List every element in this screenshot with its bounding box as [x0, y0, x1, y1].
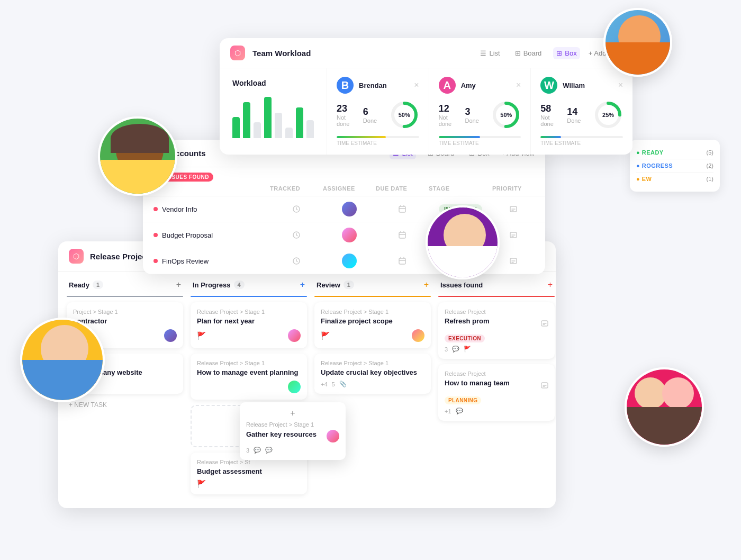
col-due-date: DUE DATE	[376, 185, 429, 192]
person-wiliam: W Wiliam × 58 Not done 14 Done	[531, 68, 632, 155]
task-card-issues-1[interactable]: Release Project Refresh prom EXECUTION 3…	[438, 302, 555, 359]
row-due-3	[376, 257, 429, 265]
tab-box[interactable]: ⊞ Box	[553, 47, 580, 59]
column-in-progress: In Progress 4 + Release Project > Stage …	[191, 280, 307, 500]
column-issues: Issues found + Release Project Refresh p…	[438, 280, 555, 500]
bar-3	[254, 122, 261, 138]
floating-task-title: Gather key resources	[246, 430, 317, 438]
avatar-amy: A	[439, 77, 456, 94]
row-name-budget: Budget Proposal	[153, 231, 270, 239]
tab-board[interactable]: ⊞ Board	[512, 47, 545, 59]
status-item-review[interactable]: ● EW (1)	[636, 173, 713, 185]
row-name-vendor: Vendor Info	[153, 205, 270, 213]
task-card-issues-2[interactable]: Release Project How to manag team PLANNI…	[438, 364, 555, 421]
list-icon: ☰	[480, 49, 486, 57]
task-flag: 🚩	[197, 480, 206, 488]
donut-amy: 50%	[491, 100, 521, 130]
avatar-wiliam: W	[540, 77, 557, 94]
status-item-progress[interactable]: ● ROGRESS (2)	[636, 159, 713, 173]
column-add-review[interactable]: +	[424, 280, 429, 290]
task-meta: 3 💬 🚩	[445, 346, 548, 353]
bar-6	[285, 128, 293, 138]
row-due-1	[376, 205, 429, 213]
task-assignee	[288, 329, 301, 342]
task-card-review-2[interactable]: Release Project > Stage 1 Update crucial…	[314, 354, 431, 394]
row-tracked-2	[270, 231, 323, 239]
bar-4	[264, 97, 272, 138]
column-title-progress: In Progress 4	[193, 281, 245, 289]
workload-chart-section: Workload	[220, 68, 327, 155]
row-assignee-1	[323, 202, 376, 216]
column-header-issues: Issues found +	[438, 280, 555, 290]
task-assignee	[412, 329, 424, 342]
close-brendan[interactable]: ×	[414, 80, 419, 90]
task-card-review-1[interactable]: Release Project > Stage 1 Finalize proje…	[314, 302, 431, 348]
column-header-ready: Ready 1 +	[67, 280, 183, 290]
task-card-progress-2[interactable]: Release Project > Stage 1 How to manage …	[191, 354, 307, 400]
time-estimate-amy	[439, 136, 521, 138]
task-footer: 🚩	[197, 480, 301, 488]
workload-header: ⬡ Team Workload ☰ List ⊞ Board ⊞ Box + A…	[220, 38, 632, 68]
column-add-issues[interactable]: +	[548, 280, 553, 290]
tab-list[interactable]: ☰ List	[477, 47, 503, 59]
task-project: Release Project > Stage 1	[321, 309, 424, 315]
floating-task-meta: 3 💬 💬	[246, 447, 339, 454]
task-flag: 🚩	[197, 331, 206, 340]
close-amy[interactable]: ×	[516, 80, 521, 90]
stat-not-done-brendan: 23 Not done	[337, 103, 357, 127]
avatar-right-bottom	[625, 367, 704, 447]
underline-review	[314, 296, 431, 297]
column-title-review: Review 1	[317, 281, 354, 289]
close-wiliam[interactable]: ×	[618, 80, 623, 90]
bar-8	[306, 120, 314, 138]
row-dot	[153, 233, 158, 237]
assignee-avatar-1	[342, 202, 357, 216]
task-assignee	[288, 381, 301, 393]
svg-rect-7	[399, 206, 405, 212]
person-header-amy: A Amy ×	[439, 77, 521, 94]
column-add-ready[interactable]: +	[176, 280, 181, 290]
bar-7	[296, 107, 303, 138]
person-header-wiliam: W Wiliam ×	[540, 77, 623, 94]
status-item-ready[interactable]: ● READY (5)	[636, 146, 713, 159]
floating-task-card[interactable]: + Release Project > Stage 1 Gather key r…	[240, 402, 346, 460]
issues-badge-container: ISSUES FOUND	[143, 167, 545, 181]
col-name	[153, 185, 270, 192]
assignee-avatar-2	[342, 228, 357, 242]
box-icon: ⊞	[556, 49, 562, 57]
row-assignee-2	[323, 228, 376, 242]
col-priority: PRIORITY	[492, 185, 535, 192]
row-dot	[153, 207, 158, 211]
row-name-finops: FinOps Review	[153, 257, 270, 265]
floating-task-assignee	[327, 430, 339, 442]
task-assignee	[164, 329, 177, 342]
column-header-progress: In Progress 4 +	[191, 280, 307, 290]
column-add-progress[interactable]: +	[300, 280, 305, 290]
col-stage: STAGE	[429, 185, 492, 192]
stat-done-wiliam: 14 Done	[567, 106, 587, 124]
column-header-review: Review 1 +	[314, 280, 431, 290]
avatar-top-right	[603, 8, 672, 77]
avatar-center	[426, 205, 500, 279]
task-meta: +1 💬	[445, 408, 548, 414]
row-due-2	[376, 231, 429, 239]
row-assignee-3	[323, 254, 376, 268]
new-task-ready[interactable]: + NEW TASK	[67, 399, 183, 411]
underline-progress	[191, 296, 307, 297]
person-name-amy: Amy	[461, 82, 511, 89]
person-brendan: B Brendan × 23 Not done 6 Done	[327, 68, 429, 155]
row-dot	[153, 259, 158, 263]
svg-rect-10	[399, 232, 405, 238]
stat-not-done-wiliam: 58 Not done	[540, 103, 561, 127]
task-card-progress-1[interactable]: Release Project > Stage 1 Plan for next …	[191, 302, 307, 348]
column-title-issues: Issues found	[440, 281, 483, 289]
col-assignee: ASSIGNEE	[323, 185, 376, 192]
person-name-brendan: Brendan	[359, 82, 409, 89]
person-stats-brendan: 23 Not done 6 Done 50%	[337, 100, 419, 130]
time-estimate-brendan	[337, 136, 419, 138]
task-project: Release Project > Stage 1	[197, 360, 301, 366]
task-footer: 🚩	[321, 329, 424, 342]
underline-issues	[438, 296, 555, 297]
floating-task-project: Release Project > Stage 1	[246, 421, 339, 428]
time-estimate-wiliam	[540, 136, 623, 138]
